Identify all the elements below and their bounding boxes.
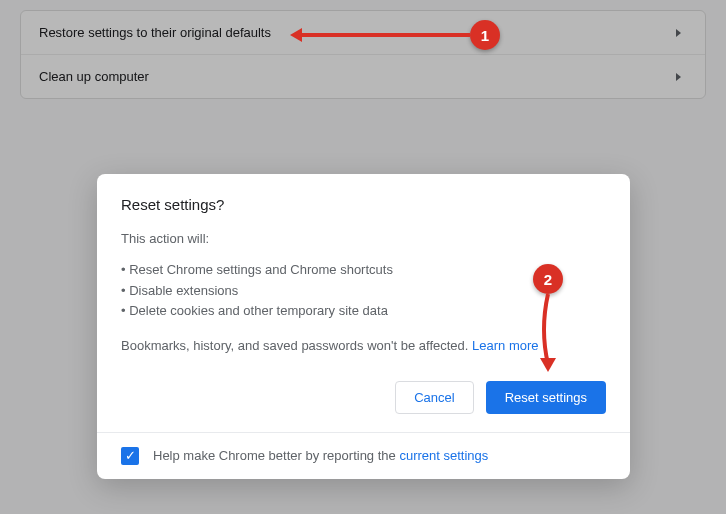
bullet-delete-cookies: • Delete cookies and other temporary sit… (121, 301, 606, 322)
annotation-badge-2: 2 (533, 264, 563, 294)
dialog-intro: This action will: (121, 229, 606, 250)
note-text: Bookmarks, history, and saved passwords … (121, 338, 472, 353)
cancel-button[interactable]: Cancel (395, 381, 473, 414)
learn-more-link[interactable]: Learn more (472, 338, 538, 353)
reset-settings-button[interactable]: Reset settings (486, 381, 606, 414)
dialog-note: Bookmarks, history, and saved passwords … (121, 336, 606, 357)
dialog-title: Reset settings? (121, 196, 606, 213)
annotation-badge-1: 1 (470, 20, 500, 50)
footer-text: Help make Chrome better by reporting the… (153, 448, 488, 463)
footer-prefix: Help make Chrome better by reporting the (153, 448, 399, 463)
reset-settings-dialog: Reset settings? This action will: • Rese… (97, 174, 630, 479)
current-settings-link[interactable]: current settings (399, 448, 488, 463)
report-settings-checkbox[interactable]: ✓ (121, 447, 139, 465)
annotation-arrow-1 (300, 33, 470, 37)
